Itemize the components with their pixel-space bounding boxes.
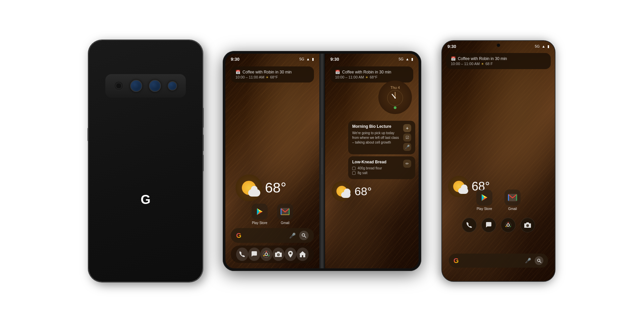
time-phone-right: 9:30 [447,44,456,49]
svg-point-5 [265,253,267,255]
note-row-2: Low-Knead Bread 400g bread flour 8g salt [352,160,411,176]
speaker [114,81,123,91]
cloud-icon-right [341,192,351,198]
battery-phone-right: ▮ [547,44,549,49]
notification-card-right: 📅 Coffee with Robin in 30 min 10:00 – 11… [330,66,413,83]
signal-phone-right: ▲ [542,44,545,48]
checkbox-2[interactable] [352,171,356,175]
network-icon-right: 5G [398,57,404,61]
gmail-pr[interactable]: Gmail [504,190,521,211]
play-store-icon-pr [476,190,492,206]
note-cards-right: Morning Bio Lecture We're going to pick … [348,121,415,179]
maps-dock-icon[interactable] [284,248,297,261]
svg-line-2 [305,236,306,238]
volume-down-button[interactable] [202,155,204,171]
fold-hinge [319,54,325,268]
chrome-dock-icon[interactable] [260,248,272,261]
camera-svg-pr [524,222,531,228]
lens-icon-left[interactable] [299,231,309,240]
volume-up-button[interactable] [202,135,204,151]
power-button[interactable] [202,108,204,128]
phone-dock-icon[interactable] [236,248,248,261]
signal-icon-right: ▲ [406,57,409,61]
note-check-btn[interactable]: ☑ [403,133,411,142]
note-card-bread[interactable]: Low-Knead Bread 400g bread flour 8g salt [348,156,415,179]
camera-dock-icon[interactable] [272,248,284,261]
lens-pr[interactable] [535,256,543,265]
svg-point-10 [278,254,279,256]
svg-line-22 [505,226,507,227]
notif-details-right: 10:00 – 11:00 AM ☀ 68°F [335,75,409,79]
phone-svg-pr [466,222,473,228]
note-add-btn[interactable]: + [403,124,411,132]
camera-icon-pr[interactable] [520,218,535,232]
svg-point-23 [526,224,529,227]
messages-icon-pr[interactable] [481,218,496,232]
play-store-icon-left [252,204,268,220]
note-card-bio[interactable]: Morning Bio Lecture We're going to pick … [348,121,415,154]
note-row-1: Morning Bio Lecture We're going to pick … [352,124,411,151]
notif-weather-right: 68°F [370,75,377,79]
gmail-icon-left [277,204,293,220]
note-edit-btn[interactable]: ✏ [403,160,411,168]
home-dock-icon[interactable] [297,248,309,261]
note-actions-1: + ☑ 🎤 [400,124,411,151]
chrome-icon-pr[interactable] [501,218,516,232]
gmail-label-left: Gmail [281,221,289,225]
checkbox-1[interactable] [352,167,356,170]
icons-phone-right: 5G ▲ ▮ [535,44,549,49]
notif-time-right: 10:00 – 11:00 AM [335,75,364,79]
weather-icon [235,174,262,201]
gmail-svg-pr [508,194,517,201]
search-bar-left[interactable]: G 🎤 [231,228,314,243]
notif-text-right: Coffee with Robin in 30 min [342,70,391,74]
apps-phone-right: Play Store Gmail [442,190,555,211]
fold-screen-left: 9:30 5G ▲ ▮ 📅 Coffee with Robin in 30 mi… [225,54,319,268]
apps-row-left: Play Store [225,204,319,225]
status-time-right: 9:30 [330,57,339,62]
cloud-icon [248,189,260,197]
note-header-2: Low-Knead Bread [352,160,400,164]
weather-temp-left: 68° [265,180,286,196]
pixel-fold: 9:30 5G ▲ ▮ 📅 Coffee with Robin in 30 mi… [223,51,421,271]
note-title-2: Low-Knead Bread [352,160,386,164]
camera-bar [105,74,186,98]
note-content-2: Low-Knead Bread 400g bread flour 8g salt [352,160,400,176]
play-store-app-left[interactable]: Play Store [252,204,268,225]
play-store-label-pr: Play Store [477,207,492,211]
notif-title-right: 📅 Coffee with Robin in 30 min [335,70,409,74]
notif-title-left: 📅 Coffee with Robin in 30 min [235,70,309,74]
svg-line-21 [509,226,511,227]
notif-sun-icon: ☀ [266,75,269,79]
svg-line-13 [392,94,395,98]
left-button [88,128,89,141]
svg-point-11 [289,252,291,254]
google-g-pr: G [453,257,459,265]
calendar-icon-left: 📅 [235,70,240,74]
search-bar-pr[interactable]: G 🎤 [449,254,548,268]
gmail-app-left[interactable]: Gmail [277,204,293,225]
signal-icon: ▲ [306,57,310,61]
phone-right-screen: 9:30 5G ▲ ▮ 📅 Coffee with Robin in 30 mi… [442,41,555,281]
phone-icon-pr[interactable] [462,218,477,232]
messages-dock-icon[interactable] [248,248,260,261]
mic-icon-left[interactable]: 🎤 [289,232,296,239]
mic-pr[interactable]: 🎤 [525,258,531,264]
play-store-svg-pr [480,193,489,202]
svg-point-19 [507,224,509,226]
google-logo: G [138,192,154,208]
main-lens [130,80,142,92]
note-item-2: 8g salt [352,171,400,175]
status-icons-right: 5G ▲ ▮ [398,57,413,61]
play-store-pr[interactable]: Play Store [476,190,492,211]
phone-back: G [89,40,203,282]
svg-point-15 [394,97,396,99]
maps-icon-svg [287,251,294,258]
status-icons-left: 5G ▲ ▮ [299,57,314,61]
note-mic-btn[interactable]: 🎤 [403,143,411,151]
status-bar-right: 9:30 5G ▲ ▮ [325,54,419,64]
clock-widget-right: Thu 4 [378,80,412,114]
notif-weather-left: 68°F [270,75,278,79]
gmail-svg-left [280,208,290,215]
messages-svg-pr [485,222,492,228]
